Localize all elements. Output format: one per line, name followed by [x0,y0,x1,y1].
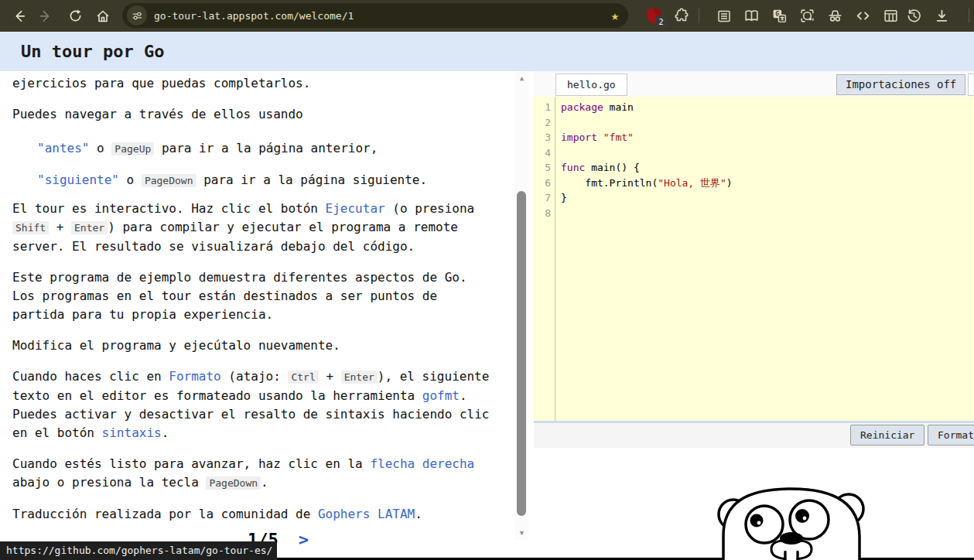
url-bar[interactable]: go-tour-lat.appspot.com/welcome/1 ★ [122,3,628,28]
incognito-button[interactable] [824,5,846,27]
site-info-icon [132,10,143,22]
lesson-paragraph: El tour es interactivo. Haz clic el botó… [12,200,493,256]
file-tab[interactable]: hello.go [555,73,627,96]
line-number: 1 [534,100,551,115]
history-icon [906,8,922,24]
text-run: Modifica el programa y ejecútalo nuevame… [12,338,340,353]
line-number: 4 [534,145,551,161]
lesson-link[interactable]: Formato [169,369,220,384]
lesson-link[interactable]: "siguiente" [37,172,119,187]
back-button[interactable] [6,3,32,29]
scrollbar-thumb[interactable] [517,191,526,516]
lesson-panel: ejercicios para que puedas completarlos.… [0,71,528,560]
kbd-key: PageDown [206,476,261,490]
imports-toggle-button[interactable]: Importaciones off [836,74,965,95]
text-run: abajo o presiona la tecla [12,475,206,490]
text-run: + [49,220,71,234]
lesson-link[interactable]: sintaxis [102,425,162,440]
bookmark-star-icon[interactable]: ★ [611,8,619,23]
url-text[interactable]: go-tour-lat.appspot.com/welcome/1 [154,10,611,22]
kbd-key: PageDown [142,174,197,187]
browser-toolbar: go-tour-lat.appspot.com/welcome/1 ★ 2 G [0,0,974,32]
toolbar-separator [969,9,969,23]
forward-button[interactable] [32,3,59,29]
list-icon [716,9,732,24]
line-numbers: 12345678 [534,97,555,421]
extensions-puzzle-icon[interactable] [672,7,689,24]
syntax-toggle-button-cutoff[interactable] [968,73,974,96]
text-run: Cuando haces clic en [12,369,169,384]
toolbar-separator [699,9,699,23]
lesson-link[interactable]: flecha derecha [370,456,474,471]
screen-capture-button[interactable] [796,5,819,27]
scroll-up-icon[interactable]: ▲ [515,74,528,82]
lesson-link[interactable]: gofmt [422,388,460,403]
code-line [561,115,974,131]
lesson-paragraph: "siguiente" o PageDown para ir a la pági… [12,168,493,193]
lesson-link[interactable]: "antes" [37,141,89,155]
lesson-paragraph: Cuando haces clic en Formato (atajo: Ctr… [12,367,493,442]
code-line [561,206,974,221]
reader-mode-button[interactable] [740,5,763,27]
code-line: package main [561,100,974,115]
text-run: (atajo: [221,369,289,384]
code-line [561,145,974,161]
code-editor[interactable]: 12345678 package main import "fmt" func … [534,97,974,421]
home-button[interactable] [90,3,116,29]
next-page-button[interactable]: > [299,530,309,549]
lesson-link[interactable]: Ejecutar [326,201,385,216]
gopher-illustration [677,455,974,560]
lesson-paragraph: Puedes navegar a través de ellos usando [12,105,493,124]
reload-icon [68,9,83,23]
code-line: } [561,190,974,206]
line-number: 6 [534,176,551,191]
incognito-icon [827,8,843,24]
text-run: Este programa de ejemplo demuestra difer… [12,270,467,322]
history-button[interactable] [903,5,925,27]
text-run: . [261,475,268,490]
translate-icon: G [771,8,788,24]
line-number: 8 [534,206,551,221]
kbd-key: Shift [12,221,49,234]
kbd-key: Enter [341,370,378,384]
text-run: + [319,369,341,384]
lesson-paragraph: Este programa de ejemplo demuestra difer… [12,268,493,324]
downloads-button[interactable] [931,5,953,27]
page-title: Un tour por Go [0,32,974,71]
reading-list-button[interactable] [713,5,735,27]
text-run: . [162,425,169,440]
translate-button[interactable]: G [768,5,791,27]
lesson-paragraph: ejercicios para que puedas completarlos. [12,74,493,93]
home-icon [95,9,111,24]
reset-button[interactable]: Reiniciar [850,425,924,446]
format-button[interactable]: Formato [928,425,974,446]
text-run: . [415,507,422,521]
lesson-paragraph: Traducción realizada por la comunidad de… [12,505,493,524]
dev-code-button[interactable] [852,5,874,27]
kbd-key: Ctrl [288,370,318,384]
editor-tabstrip: hello.go Importaciones off [534,71,974,97]
editor-button-bar: Reiniciar Formato [534,423,974,448]
text-run: Cuando estés listo para avanzar, haz cli… [12,456,370,471]
site-info-button[interactable] [127,5,147,26]
window-grid-button[interactable] [880,5,902,27]
lesson-paragraph: Cuando estés listo para avanzar, haz cli… [12,455,493,493]
line-number: 2 [534,115,551,131]
lesson-paragraph: "antes" o PageUp para ir a la página ant… [12,136,493,162]
text-run: Puedes navegar a través de ellos usando [12,107,303,121]
status-bar-link-preview: https://github.com/gophers-latam/go-tour… [0,541,277,560]
window-grid-icon [883,8,899,24]
lesson-link[interactable]: Gophers LATAM [318,507,415,521]
code-content[interactable]: package main import "fmt" func main() { … [555,97,974,421]
lesson-content: ejercicios para que puedas completarlos.… [0,71,528,524]
lesson-scrollbar[interactable]: ▲ ▼ [515,71,528,540]
kbd-key: Enter [71,221,108,234]
line-number: 5 [534,160,551,176]
reader-icon [743,8,760,24]
code-line: import "fmt" [561,130,974,145]
text-run: para ir a la página siguiente. [197,172,428,187]
text-run: para ir a la página anterior, [154,141,378,155]
scroll-down-icon[interactable]: ▼ [515,529,528,537]
reload-button[interactable] [62,3,88,29]
screen-capture-icon [799,8,815,24]
